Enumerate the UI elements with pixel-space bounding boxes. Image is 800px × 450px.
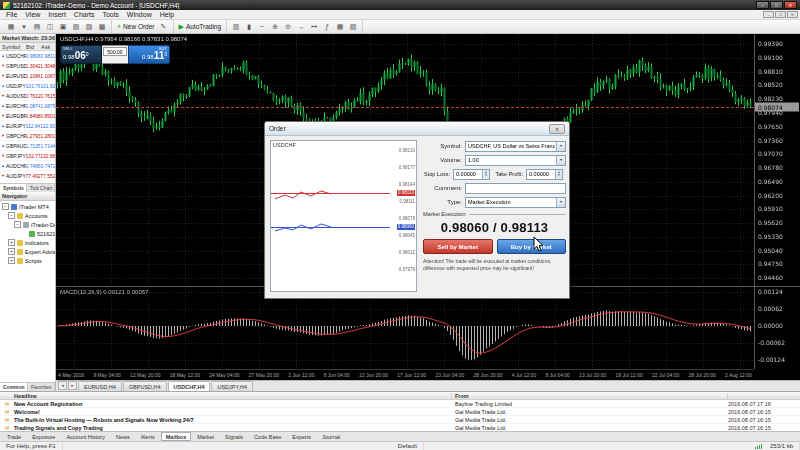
- one-click-volume-input[interactable]: [103, 47, 127, 56]
- comment-input[interactable]: [465, 183, 566, 194]
- tab-scroll-right-icon[interactable]: ►: [68, 381, 77, 390]
- auto-scroll-button[interactable]: →: [295, 21, 307, 32]
- tree-item-itrader-mt4[interactable]: −iTrader MT4: [0, 202, 55, 211]
- market-watch-row-eurgbp[interactable]: ▼EURGBP0.849870.85017: [0, 111, 55, 121]
- minus-expander-icon[interactable]: −: [14, 221, 21, 228]
- volume-select[interactable]: 1.00 ▼: [465, 155, 566, 166]
- terminal-tab-mailbox[interactable]: Mailbox: [161, 432, 191, 441]
- market-watch-row-eurjpy[interactable]: ▲EURJPY112.843112.903: [0, 121, 55, 131]
- zoom-out-button[interactable]: ⊖: [282, 21, 294, 32]
- chart-tab-eurusd-h4[interactable]: EURUSD,H4: [78, 381, 122, 391]
- menu-insert[interactable]: Insert: [44, 11, 70, 18]
- indicators-list-button[interactable]: ƒ: [321, 21, 333, 32]
- terminal-tab-journal[interactable]: Journal: [317, 432, 345, 441]
- order-dialog-titlebar[interactable]: Order ✕: [265, 122, 569, 136]
- tree-item-expert-advisors[interactable]: +Expert Advisors: [0, 247, 55, 256]
- one-click-sell-button[interactable]: SELL 0.98060: [60, 45, 102, 64]
- order-dialog-close-button[interactable]: ✕: [549, 124, 565, 134]
- stepper-icons[interactable]: ▲▼: [555, 170, 562, 179]
- symbol-select[interactable]: USDCHF, US Dollar vs Swiss Franc ▼: [465, 141, 566, 152]
- mail-row[interactable]: ✉Trading Signals and Copy TradingGal Med…: [0, 424, 800, 431]
- candlestick-chart-button[interactable]: ▮: [243, 21, 255, 32]
- market-watch-row-gbpaud[interactable]: ▲GBPAUD1.713521.71442: [0, 141, 55, 151]
- plus-expander-icon[interactable]: +: [8, 239, 15, 246]
- mail-row[interactable]: ✉Welcome!Gal Media Trade Ltd.2016.08.07 …: [0, 408, 800, 416]
- ask-column-header[interactable]: Ask: [41, 44, 54, 50]
- navigator-tab-common[interactable]: Common: [0, 383, 28, 391]
- navigator-tab-favorites[interactable]: Favorites: [28, 383, 55, 391]
- tree-item-accounts[interactable]: −Accounts: [0, 211, 55, 220]
- terminal-tab-market[interactable]: Market: [192, 432, 219, 441]
- terminal-tab-signals[interactable]: Signals: [220, 432, 248, 441]
- market-watch-row-usdchf[interactable]: ▲USDCHF0.980600.98113: [0, 51, 55, 61]
- chart-dropdown-button[interactable]: ▾: [18, 21, 30, 32]
- autotrading-button[interactable]: ▶AutoTrading: [177, 21, 224, 32]
- navigator-toggle-button[interactable]: ▧: [70, 21, 82, 32]
- metaeditor-button[interactable]: ✎: [158, 21, 170, 32]
- timeframes-button[interactable]: ▦: [334, 21, 346, 32]
- type-select[interactable]: Market Execution ▼: [465, 197, 566, 208]
- terminal-tab-account-history[interactable]: Account History: [61, 432, 110, 441]
- tree-item-indicators[interactable]: +Indicators: [0, 238, 55, 247]
- profiles-button[interactable]: ▤: [31, 21, 43, 32]
- market-watch-row-usdjpy[interactable]: ▲USDJPY101.784101.824: [0, 81, 55, 91]
- restore-button[interactable]: □: [770, 1, 783, 9]
- menu-view[interactable]: View: [21, 11, 44, 18]
- status-profile[interactable]: Default: [392, 442, 424, 450]
- market-watch-row-eurusd[interactable]: ▼EURUSD1.108471.10872: [0, 71, 55, 81]
- menu-window[interactable]: Window: [123, 11, 156, 18]
- new-chart-button[interactable]: ▦: [5, 21, 17, 32]
- chart-close-button[interactable]: ✕: [787, 11, 798, 18]
- chart-minimize-button[interactable]: –: [763, 11, 774, 18]
- menu-tools[interactable]: Tools: [98, 11, 122, 18]
- terminal-tab-exposure[interactable]: Exposure: [27, 432, 60, 441]
- stepper-icons[interactable]: ▲▼: [482, 170, 489, 179]
- headline-column-header[interactable]: Headline: [0, 393, 452, 399]
- market-watch-row-audjpy[interactable]: ▼AUDJPY77.49277.552: [0, 171, 55, 181]
- chart-shift-button[interactable]: ↦: [308, 21, 320, 32]
- minus-expander-icon[interactable]: −: [2, 203, 9, 210]
- tree-item-itrader-demo[interactable]: −iTrader-Demo: [0, 220, 55, 229]
- line-chart-button[interactable]: ~: [256, 21, 268, 32]
- chart-tab-usdchf-h4[interactable]: USDCHF,H4: [168, 381, 211, 391]
- tree-item-scripts[interactable]: +Scripts: [0, 256, 55, 265]
- stop-loss-input[interactable]: 0.00000 ▲▼: [453, 169, 490, 180]
- market-watch-row-gbpchf[interactable]: ▼GBPCHF1.279351.28015: [0, 131, 55, 141]
- terminal-tab-experts[interactable]: Experts: [287, 432, 316, 441]
- market-watch-tab-symbols[interactable]: Symbols: [0, 184, 27, 192]
- market-watch-toggle-button[interactable]: ◫: [44, 21, 56, 32]
- chart-restore-button[interactable]: □: [775, 11, 786, 18]
- market-watch-row-gbpjpy[interactable]: ▼GBPJPY132.778132.868: [0, 151, 55, 161]
- mail-row[interactable]: ✉New Account RegistrationBayline Trading…: [0, 400, 800, 408]
- market-watch-row-audchf[interactable]: ▲AUDCHF0.746630.74723: [0, 161, 55, 171]
- terminal-toggle-button[interactable]: ▨: [83, 21, 95, 32]
- terminal-tab-trade[interactable]: Trade: [2, 432, 26, 441]
- bid-column-header[interactable]: Bid: [26, 44, 41, 50]
- tab-scroll-left-icon[interactable]: ◄: [58, 381, 67, 390]
- terminal-tab-alerts[interactable]: Alerts: [136, 432, 160, 441]
- plus-expander-icon[interactable]: +: [8, 248, 15, 255]
- plus-expander-icon[interactable]: +: [8, 257, 15, 264]
- symbol-column-header[interactable]: Symbol: [0, 44, 26, 50]
- minimize-button[interactable]: –: [756, 1, 769, 9]
- chart-tab-usdjpy-h4[interactable]: USDJPY,H4: [211, 381, 253, 391]
- from-column-header[interactable]: From: [452, 393, 728, 399]
- close-button[interactable]: ✕: [784, 1, 797, 9]
- market-watch-row-audusd[interactable]: ▼AUDUSD0.761250.76155: [0, 91, 55, 101]
- menu-file[interactable]: File: [2, 11, 21, 18]
- bar-chart-button[interactable]: ▥: [230, 21, 242, 32]
- terminal-tab-news[interactable]: News: [111, 432, 135, 441]
- new-order-button[interactable]: +New Order: [115, 21, 157, 32]
- menu-charts[interactable]: Charts: [70, 11, 99, 18]
- minus-expander-icon[interactable]: −: [8, 212, 15, 219]
- strategy-tester-button[interactable]: ▩: [96, 21, 108, 32]
- zoom-in-button[interactable]: ⊕: [269, 21, 281, 32]
- market-watch-row-gbpusd[interactable]: ▼GBPUSD1.304261.30482: [0, 61, 55, 71]
- terminal-tab-code-base[interactable]: Code Base: [249, 432, 286, 441]
- buy-by-market-button[interactable]: Buy by Market: [497, 239, 567, 254]
- sell-by-market-button[interactable]: Sell by Market: [423, 239, 493, 254]
- chart-tab-gbpusd-h4[interactable]: GBPUSD,H4: [123, 381, 167, 391]
- menu-help[interactable]: Help: [156, 11, 178, 18]
- market-watch-tab-tick-chart[interactable]: Tick Chart: [27, 184, 55, 192]
- take-profit-input[interactable]: 0.00000 ▲▼: [526, 169, 563, 180]
